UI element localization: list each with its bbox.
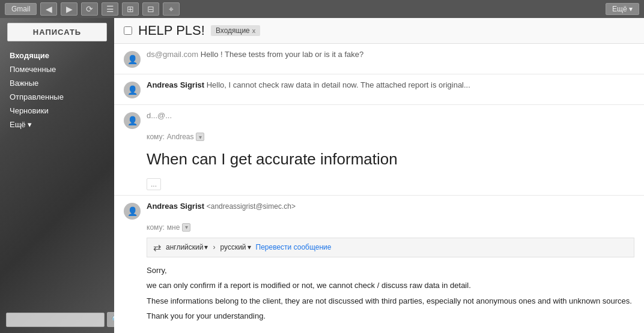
to-name: Andreas <box>167 133 194 141</box>
sidebar-item-more[interactable]: Ещё ▾ <box>0 118 114 131</box>
table-row[interactable]: 👤 Andreas Sigrist Hello, I cannot check … <box>114 74 644 105</box>
email-area: HELP PLS! Входящие x 👤 ds@gmail.com Hell… <box>114 18 644 333</box>
more-button[interactable]: Ещё ▾ <box>606 3 639 15</box>
next-icon[interactable]: ▶ <box>61 2 77 16</box>
to-label2: кому: <box>147 223 165 232</box>
subject-title: HELP PLS! <box>138 23 205 38</box>
top-toolbar: Gmail ◀ ▶ ⟳ ☰ ⊞ ⊟ ⌖ Ещё ▾ <box>0 0 644 18</box>
avatar: 👤 <box>124 112 141 129</box>
body-para4: Thank you for your understanding. <box>147 310 634 322</box>
sidebar-item-important[interactable]: Важные <box>0 76 114 90</box>
body-para3: These informations belong to the client,… <box>147 295 634 307</box>
search-input[interactable] <box>6 313 105 327</box>
email-body-large: When can I get accurate information <box>114 145 644 175</box>
compose-button[interactable]: НАПИСАТЬ <box>7 23 107 41</box>
email-row-content: Andreas Sigrist Hello, I cannot check ra… <box>147 80 634 89</box>
sender-name: Andreas Sigrist <box>147 202 204 211</box>
email-thread: 👤 ds@gmail.com Hello ! These tests from … <box>114 44 644 333</box>
body-para1: Sorry, <box>147 265 634 277</box>
to-dropdown2[interactable]: ▾ <box>182 223 190 232</box>
sender-detail: Andreas Sigrist <andreassigrist@simec.ch… <box>147 202 634 211</box>
from-lang-button[interactable]: английский ▾ <box>166 243 208 251</box>
email-to-line: кому: Andreas ▾ <box>114 131 644 145</box>
email-expanded2: 👤 Andreas Sigrist <andreassigrist@simec.… <box>114 196 644 333</box>
email-expanded: 👤 d...@... кому: Andreas ▾ When can I ge… <box>114 105 644 196</box>
email-sender: d...@... <box>147 111 172 120</box>
subject-checkbox[interactable] <box>124 26 132 35</box>
subject-tag: Входящие x <box>211 25 260 36</box>
to-lang-label: русский <box>220 243 246 251</box>
to-lang-arrow: ▾ <box>248 243 251 251</box>
email-to-line2: кому: мне ▾ <box>114 222 644 235</box>
from-lang-arrow: ▾ <box>204 243 208 251</box>
to-lang-button[interactable]: русский ▾ <box>220 243 251 251</box>
translate-link[interactable]: Перевести сообщение <box>256 243 332 251</box>
to-name2: мне <box>167 223 180 232</box>
table-row[interactable]: 👤 ds@gmail.com Hello ! These tests from … <box>114 44 644 74</box>
prev-icon[interactable]: ◀ <box>40 2 57 16</box>
to-dropdown[interactable]: ▾ <box>196 133 204 141</box>
sidebar-item-drafts[interactable]: Черновики <box>0 104 114 118</box>
email-body-text: Sorry, we can only confirm if a report i… <box>114 260 644 333</box>
email-row-content: ds@gmail.com Hello ! These tests from yo… <box>147 50 634 59</box>
body-para2: we can only confirm if a report is modif… <box>147 280 634 292</box>
apps-icon[interactable]: ⊟ <box>142 2 159 16</box>
tag-label: Входящие <box>216 26 250 35</box>
avatar: 👤 <box>124 203 141 220</box>
subject-bar: HELP PLS! Входящие x <box>114 18 644 44</box>
gmail-label[interactable]: Gmail <box>5 3 37 15</box>
avatar: 👤 <box>124 51 141 68</box>
from-lang-label: английский <box>166 243 203 251</box>
email-snippet: Hello, I cannot check raw data in detail… <box>207 80 470 89</box>
sidebar-item-starred[interactable]: Помеченные <box>0 62 114 76</box>
email-expanded2-header: 👤 Andreas Sigrist <andreassigrist@simec.… <box>114 196 644 222</box>
sidebar: НАПИСАТЬ Входящие Помеченные Важные Отпр… <box>0 18 114 333</box>
tag-close-button[interactable]: x <box>252 27 256 34</box>
email-expanded-header: 👤 d...@... <box>114 105 644 131</box>
sidebar-item-inbox[interactable]: Входящие <box>0 49 114 62</box>
refresh-icon[interactable]: ⟳ <box>81 2 98 16</box>
body-para5 <box>147 326 634 333</box>
translation-bar: ⇄ английский ▾ › русский ▾ Перевести соо… <box>147 238 634 257</box>
lang-arrow: › <box>213 243 215 251</box>
search-button[interactable]: 🔍 <box>107 312 114 327</box>
sidebar-search-area: 🔍 <box>6 312 108 327</box>
translate-icon: ⇄ <box>153 242 161 253</box>
avatar: 👤 <box>124 82 141 98</box>
sender-email: <andreassigrist@simec.ch> <box>207 202 296 211</box>
email-snippet: Hello ! These tests from your lab or is … <box>201 50 363 59</box>
email-sender: ds@gmail.com <box>147 50 198 59</box>
main-layout: НАПИСАТЬ Входящие Помеченные Важные Отпр… <box>0 18 644 333</box>
email-sender: Andreas Sigrist <box>147 80 204 89</box>
sidebar-item-sent[interactable]: Отправленные <box>0 90 114 104</box>
to-label: кому: <box>147 133 165 141</box>
menu-icon[interactable]: ☰ <box>102 2 118 16</box>
location-icon[interactable]: ⌖ <box>163 2 180 16</box>
grid-icon[interactable]: ⊞ <box>122 2 139 16</box>
email-ellipsis-button[interactable]: ... <box>147 178 161 190</box>
